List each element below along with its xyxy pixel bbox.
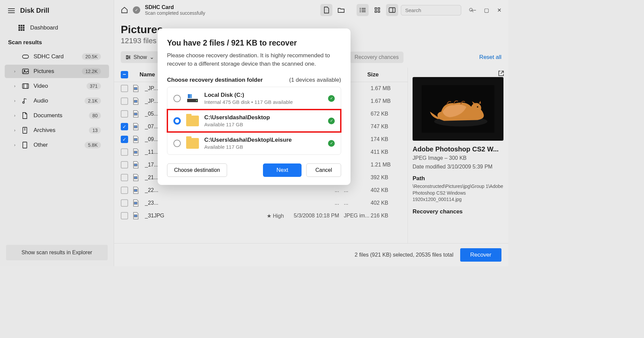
destination-subtitle: Available 117 GB (204, 122, 323, 127)
svg-rect-56 (190, 94, 192, 98)
recovery-destination-modal: You have 2 files / 921 KB to recover Ple… (158, 28, 351, 185)
modal-text: Please choose recovery destination. It i… (167, 52, 341, 68)
next-button[interactable]: Next (263, 163, 302, 177)
modal-title: You have 2 files / 921 KB to recover (167, 39, 341, 48)
destination-item[interactable]: C:\Users\dasha\Desktop\Leisure Available… (167, 132, 341, 154)
destination-title: C:\Users\dasha\Desktop (204, 114, 323, 121)
destination-radio[interactable] (173, 140, 181, 147)
folder-icon (186, 116, 199, 126)
destination-title: Local Disk (C:) (204, 92, 323, 98)
destination-subtitle: Internal 475 GB disk • 117 GB available (204, 99, 323, 105)
folder-icon (186, 138, 199, 149)
modal-backdrop: You have 2 files / 921 KB to recover Ple… (0, 0, 508, 266)
check-icon: ✓ (328, 118, 335, 124)
modal-choose-label: Choose recovery destination folder (167, 77, 263, 83)
destination-radio[interactable] (173, 95, 181, 102)
disk-icon (186, 92, 199, 105)
destination-subtitle: Available 117 GB (204, 144, 323, 150)
svg-point-57 (196, 100, 197, 101)
check-icon: ✓ (328, 140, 335, 147)
destination-radio[interactable] (173, 117, 181, 125)
destination-item[interactable]: C:\Users\dasha\Desktop Available 117 GB … (167, 110, 341, 132)
check-icon: ✓ (328, 95, 335, 102)
cancel-button[interactable]: Cancel (306, 163, 341, 177)
modal-devices-count: (1 devices available) (289, 77, 341, 83)
destination-item[interactable]: Local Disk (C:) Internal 475 GB disk • 1… (167, 87, 341, 110)
choose-destination-button[interactable]: Choose destination (167, 163, 227, 177)
destination-title: C:\Users\dasha\Desktop\Leisure (204, 137, 323, 143)
